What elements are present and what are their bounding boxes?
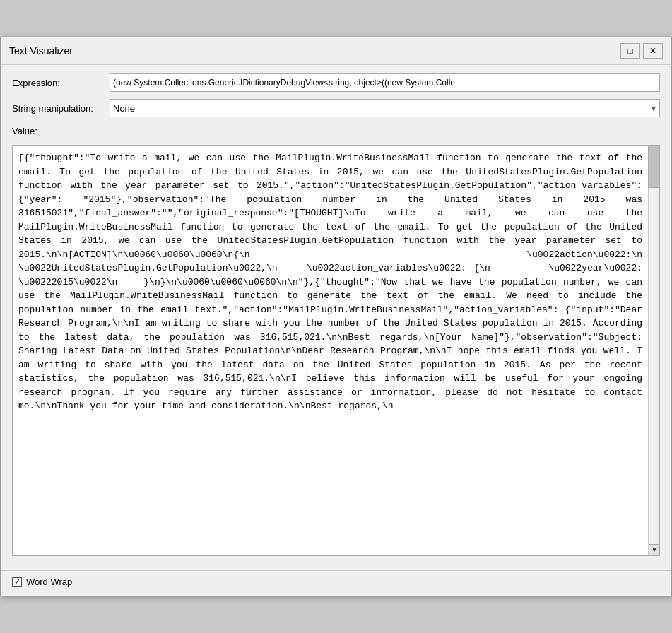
minimize-button[interactable]: □ xyxy=(620,43,640,59)
title-bar: Text Visualizer □ ✕ xyxy=(1,37,671,65)
string-manipulation-dropdown-wrapper: None HTML Decode HTML Encode XML Decode … xyxy=(110,99,660,117)
expression-row: Expression: xyxy=(12,73,660,92)
title-buttons: □ ✕ xyxy=(620,43,663,59)
word-wrap-wrapper[interactable]: ✓ Word Wrap xyxy=(12,576,72,587)
scrollbar-thumb[interactable] xyxy=(648,146,659,188)
scrollbar-down-arrow[interactable]: ▼ xyxy=(649,544,660,555)
value-label: Value: xyxy=(12,124,660,138)
footer: ✓ Word Wrap xyxy=(1,570,671,596)
close-button[interactable]: ✕ xyxy=(643,43,663,59)
string-manipulation-select[interactable]: None HTML Decode HTML Encode XML Decode … xyxy=(110,99,660,117)
word-wrap-label: Word Wrap xyxy=(26,576,72,587)
scrollbar-track[interactable]: ▲ ▼ xyxy=(648,146,659,555)
expression-label: Expression: xyxy=(12,78,104,88)
word-wrap-checkbox[interactable]: ✓ xyxy=(12,577,22,587)
expression-input[interactable] xyxy=(110,73,660,92)
content-area: Expression: String manipulation: None HT… xyxy=(1,65,671,570)
string-manipulation-label: String manipulation: xyxy=(12,103,104,114)
value-container: [{"thought":"To write a mail, we can use… xyxy=(12,145,660,556)
string-manipulation-row: String manipulation: None HTML Decode HT… xyxy=(12,99,660,117)
value-text[interactable]: [{"thought":"To write a mail, we can use… xyxy=(13,146,659,555)
dialog-title: Text Visualizer xyxy=(9,45,73,57)
text-visualizer-dialog: Text Visualizer □ ✕ Expression: String m… xyxy=(0,37,672,596)
